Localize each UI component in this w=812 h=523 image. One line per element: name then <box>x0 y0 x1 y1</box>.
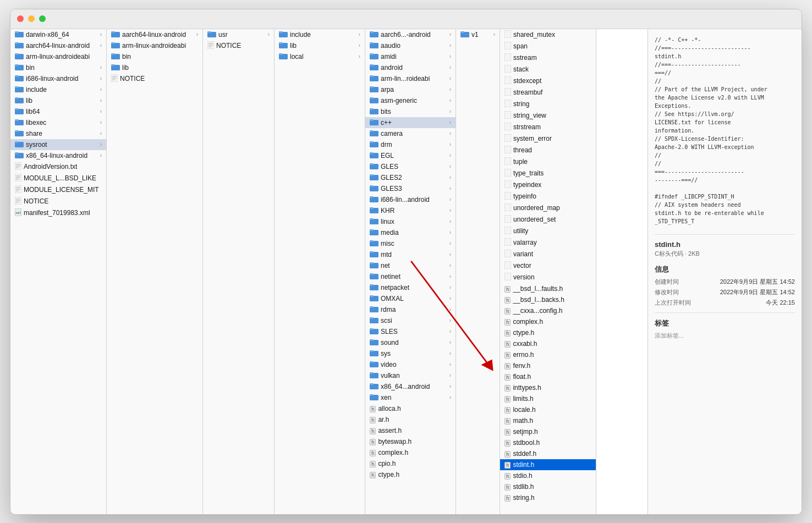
list-item[interactable]: sstream <box>500 52 596 64</box>
list-item[interactable]: h__bsd_l...faults.h <box>500 283 596 294</box>
list-item[interactable]: aaudio› <box>365 40 456 51</box>
list-item[interactable]: GLES› <box>365 161 456 172</box>
list-item[interactable]: lib› <box>10 95 106 106</box>
list-item[interactable]: utility <box>500 225 596 237</box>
list-item[interactable]: hassert.h <box>365 425 456 436</box>
list-item[interactable]: darwin-x86_64› <box>10 29 106 40</box>
list-item[interactable]: hctype.h <box>500 327 596 338</box>
list-item[interactable]: version <box>500 272 596 283</box>
list-item[interactable]: vector <box>500 260 596 272</box>
list-item[interactable]: sound› <box>365 337 456 348</box>
list-item[interactable]: video› <box>365 359 456 370</box>
list-item[interactable]: shared_mutex <box>500 29 596 41</box>
list-item[interactable]: hcomplex.h <box>500 316 596 327</box>
list-item[interactable]: hstdint.h <box>500 459 596 470</box>
list-item[interactable]: arm-lin...roideabi› <box>365 73 456 84</box>
list-item[interactable]: aarch64-linux-android› <box>107 29 202 40</box>
list-item[interactable]: valarray <box>500 237 596 249</box>
list-item[interactable]: herrno.h <box>500 349 596 360</box>
list-item[interactable]: aarch64-linux-android› <box>10 40 106 51</box>
list-item[interactable]: misc› <box>365 238 456 249</box>
list-item[interactable]: rdma› <box>365 304 456 315</box>
list-item[interactable]: tuple <box>500 156 596 168</box>
list-item[interactable]: SLES› <box>365 326 456 337</box>
list-item[interactable]: drm› <box>365 139 456 150</box>
list-item[interactable]: arm-linux-androideabi <box>10 51 106 62</box>
list-item[interactable]: lib› <box>275 40 365 51</box>
list-item[interactable]: stdexcept <box>500 75 596 87</box>
list-item[interactable]: har.h <box>365 414 456 425</box>
list-item[interactable]: i686-lin...android› <box>365 194 456 205</box>
list-item[interactable]: lib <box>107 62 202 73</box>
list-item[interactable]: MODULE_L...BSD_LIKE <box>10 173 106 184</box>
list-item[interactable]: hstddef.h <box>500 448 596 459</box>
list-item[interactable]: variant <box>500 249 596 260</box>
minimize-button[interactable] <box>28 15 35 22</box>
maximize-button[interactable] <box>39 15 46 22</box>
list-item[interactable]: hmath.h <box>500 415 596 426</box>
list-item[interactable]: unordered_map <box>500 202 596 214</box>
close-button[interactable] <box>17 15 24 22</box>
list-item[interactable]: hstring.h <box>500 492 596 503</box>
list-item[interactable]: typeindex <box>500 179 596 191</box>
list-item[interactable]: sysroot› <box>10 139 106 150</box>
list-item[interactable]: usr› <box>203 29 274 40</box>
list-item[interactable]: x86_64-linux-android› <box>10 150 106 161</box>
list-item[interactable]: halloca.h <box>365 403 456 414</box>
list-item[interactable]: hinttypes.h <box>500 382 596 393</box>
list-item[interactable]: arm-linux-androideabi <box>107 40 202 51</box>
list-item[interactable]: arpa› <box>365 84 456 95</box>
list-item[interactable]: NOTICE <box>107 73 202 85</box>
list-item[interactable]: lib64› <box>10 106 106 117</box>
list-item[interactable]: mtd› <box>365 249 456 260</box>
list-item[interactable]: hctype.h <box>365 469 456 480</box>
list-item[interactable]: h__cxxa...config.h <box>500 305 596 316</box>
list-item[interactable]: EGL› <box>365 150 456 161</box>
list-item[interactable]: include› <box>275 29 365 40</box>
list-item[interactable]: string_view <box>500 110 596 122</box>
list-item[interactable]: v1› <box>456 29 500 40</box>
list-item[interactable]: linux› <box>365 216 456 227</box>
list-item[interactable]: stack <box>500 64 596 75</box>
list-item[interactable]: asm-generic› <box>365 95 456 106</box>
list-item[interactable]: hcpio.h <box>365 458 456 469</box>
list-item[interactable]: MODULE_LICENSE_MIT <box>10 184 106 196</box>
list-item[interactable]: hfloat.h <box>500 371 596 382</box>
list-item[interactable]: android› <box>365 62 456 73</box>
list-item[interactable]: net› <box>365 260 456 271</box>
list-item[interactable]: NOTICE <box>10 196 106 207</box>
list-item[interactable]: h__bsd_l...backs.h <box>500 294 596 305</box>
list-item[interactable]: type_traits <box>500 168 596 179</box>
list-item[interactable]: c++› <box>365 117 456 128</box>
list-item[interactable]: string <box>500 98 596 110</box>
list-item[interactable]: thread <box>500 145 596 156</box>
list-item[interactable]: OMXAL› <box>365 293 456 304</box>
list-item[interactable]: strstream <box>500 122 596 133</box>
list-item[interactable]: system_error <box>500 133 596 145</box>
list-item[interactable]: hlocale.h <box>500 404 596 415</box>
list-item[interactable]: libexec› <box>10 117 106 128</box>
list-item[interactable]: aarch6...-android› <box>365 29 456 40</box>
list-item[interactable]: hstdbool.h <box>500 437 596 448</box>
list-item[interactable]: camera› <box>365 128 456 139</box>
list-item[interactable]: share› <box>10 128 106 139</box>
list-item[interactable]: i686-linux-android› <box>10 73 106 84</box>
list-item[interactable]: hcomplex.h <box>365 447 456 458</box>
list-item[interactable]: hfenv.h <box>500 360 596 371</box>
list-item[interactable]: bin› <box>10 62 106 73</box>
list-item[interactable]: sys› <box>365 348 456 359</box>
list-item[interactable]: include› <box>10 84 106 95</box>
list-item[interactable]: typeinfo <box>500 191 596 202</box>
list-item[interactable]: hlimits.h <box>500 393 596 404</box>
list-item[interactable]: AndroidVersion.txt <box>10 161 106 173</box>
list-item[interactable]: span <box>500 41 596 52</box>
list-item[interactable]: netpacket› <box>365 282 456 293</box>
list-item[interactable]: hbyteswap.h <box>365 436 456 447</box>
list-item[interactable]: xmlmanifest_7019983.xml <box>10 207 106 219</box>
list-item[interactable]: hsetjmp.h <box>500 426 596 437</box>
list-item[interactable]: local› <box>275 51 365 62</box>
list-item[interactable]: netinet› <box>365 271 456 282</box>
list-item[interactable]: NOTICE <box>203 40 274 52</box>
list-item[interactable]: hstdlib.h <box>500 481 596 492</box>
list-item[interactable]: hcxxabi.h <box>500 338 596 349</box>
